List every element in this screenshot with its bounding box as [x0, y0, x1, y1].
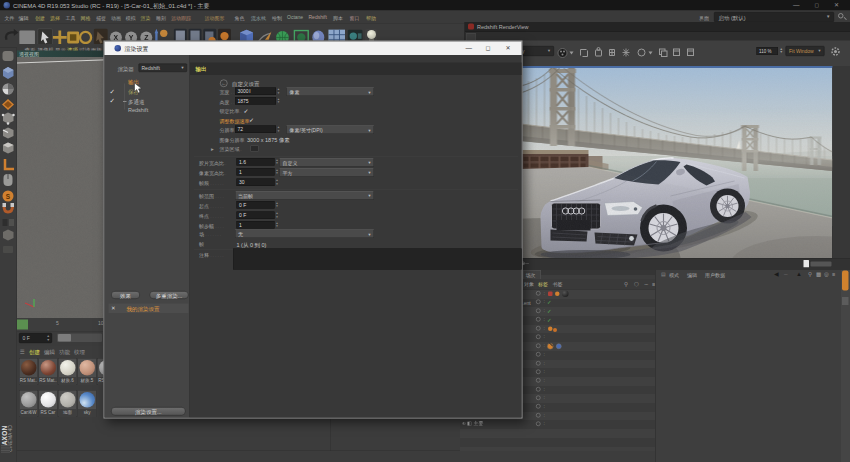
svg-text:S: S	[6, 193, 11, 200]
